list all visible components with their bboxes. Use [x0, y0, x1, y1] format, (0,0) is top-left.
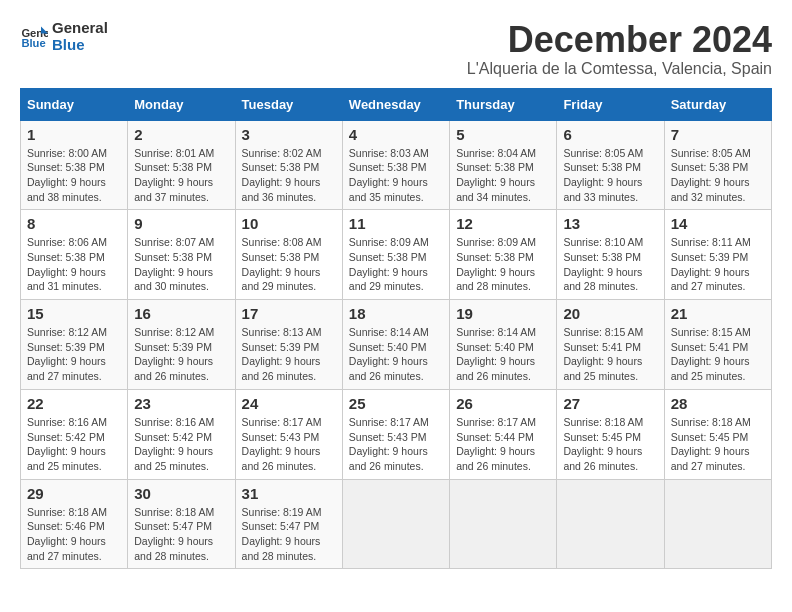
- day-number: 12: [456, 215, 550, 232]
- logo-line1: General: [52, 20, 108, 37]
- day-info: Sunrise: 8:01 AM Sunset: 5:38 PM Dayligh…: [134, 146, 228, 205]
- day-number: 9: [134, 215, 228, 232]
- day-info: Sunrise: 8:06 AM Sunset: 5:38 PM Dayligh…: [27, 235, 121, 294]
- day-info: Sunrise: 8:14 AM Sunset: 5:40 PM Dayligh…: [456, 325, 550, 384]
- day-number: 13: [563, 215, 657, 232]
- calendar-cell: [664, 479, 771, 569]
- day-number: 15: [27, 305, 121, 322]
- calendar-cell: 26Sunrise: 8:17 AM Sunset: 5:44 PM Dayli…: [450, 389, 557, 479]
- calendar-cell: 11Sunrise: 8:09 AM Sunset: 5:38 PM Dayli…: [342, 210, 449, 300]
- day-number: 31: [242, 485, 336, 502]
- day-info: Sunrise: 8:17 AM Sunset: 5:43 PM Dayligh…: [242, 415, 336, 474]
- day-number: 16: [134, 305, 228, 322]
- day-number: 20: [563, 305, 657, 322]
- calendar-cell: 12Sunrise: 8:09 AM Sunset: 5:38 PM Dayli…: [450, 210, 557, 300]
- day-number: 26: [456, 395, 550, 412]
- day-number: 5: [456, 126, 550, 143]
- calendar-cell: 23Sunrise: 8:16 AM Sunset: 5:42 PM Dayli…: [128, 389, 235, 479]
- calendar-cell: 20Sunrise: 8:15 AM Sunset: 5:41 PM Dayli…: [557, 300, 664, 390]
- calendar-cell: 22Sunrise: 8:16 AM Sunset: 5:42 PM Dayli…: [21, 389, 128, 479]
- day-info: Sunrise: 8:00 AM Sunset: 5:38 PM Dayligh…: [27, 146, 121, 205]
- calendar-cell: 31Sunrise: 8:19 AM Sunset: 5:47 PM Dayli…: [235, 479, 342, 569]
- day-info: Sunrise: 8:13 AM Sunset: 5:39 PM Dayligh…: [242, 325, 336, 384]
- calendar-cell: 17Sunrise: 8:13 AM Sunset: 5:39 PM Dayli…: [235, 300, 342, 390]
- day-number: 19: [456, 305, 550, 322]
- calendar-cell: 10Sunrise: 8:08 AM Sunset: 5:38 PM Dayli…: [235, 210, 342, 300]
- calendar-cell: 28Sunrise: 8:18 AM Sunset: 5:45 PM Dayli…: [664, 389, 771, 479]
- day-info: Sunrise: 8:12 AM Sunset: 5:39 PM Dayligh…: [134, 325, 228, 384]
- calendar-week-1: 1Sunrise: 8:00 AM Sunset: 5:38 PM Daylig…: [21, 120, 772, 210]
- calendar-cell: 7Sunrise: 8:05 AM Sunset: 5:38 PM Daylig…: [664, 120, 771, 210]
- day-number: 18: [349, 305, 443, 322]
- day-number: 22: [27, 395, 121, 412]
- header-friday: Friday: [557, 88, 664, 120]
- day-number: 24: [242, 395, 336, 412]
- day-number: 23: [134, 395, 228, 412]
- calendar-cell: [557, 479, 664, 569]
- logo: General Blue General Blue: [20, 20, 108, 53]
- day-info: Sunrise: 8:07 AM Sunset: 5:38 PM Dayligh…: [134, 235, 228, 294]
- day-info: Sunrise: 8:16 AM Sunset: 5:42 PM Dayligh…: [27, 415, 121, 474]
- logo-icon: General Blue: [20, 23, 48, 51]
- day-info: Sunrise: 8:11 AM Sunset: 5:39 PM Dayligh…: [671, 235, 765, 294]
- svg-text:Blue: Blue: [21, 36, 45, 48]
- day-number: 21: [671, 305, 765, 322]
- calendar-cell: 5Sunrise: 8:04 AM Sunset: 5:38 PM Daylig…: [450, 120, 557, 210]
- header-tuesday: Tuesday: [235, 88, 342, 120]
- day-info: Sunrise: 8:04 AM Sunset: 5:38 PM Dayligh…: [456, 146, 550, 205]
- calendar-week-3: 15Sunrise: 8:12 AM Sunset: 5:39 PM Dayli…: [21, 300, 772, 390]
- day-number: 8: [27, 215, 121, 232]
- day-info: Sunrise: 8:09 AM Sunset: 5:38 PM Dayligh…: [349, 235, 443, 294]
- day-info: Sunrise: 8:19 AM Sunset: 5:47 PM Dayligh…: [242, 505, 336, 564]
- calendar-cell: 9Sunrise: 8:07 AM Sunset: 5:38 PM Daylig…: [128, 210, 235, 300]
- day-number: 11: [349, 215, 443, 232]
- day-number: 28: [671, 395, 765, 412]
- day-number: 7: [671, 126, 765, 143]
- day-info: Sunrise: 8:17 AM Sunset: 5:43 PM Dayligh…: [349, 415, 443, 474]
- calendar-week-2: 8Sunrise: 8:06 AM Sunset: 5:38 PM Daylig…: [21, 210, 772, 300]
- calendar-header-row: SundayMondayTuesdayWednesdayThursdayFrid…: [21, 88, 772, 120]
- day-info: Sunrise: 8:18 AM Sunset: 5:45 PM Dayligh…: [671, 415, 765, 474]
- calendar-cell: 24Sunrise: 8:17 AM Sunset: 5:43 PM Dayli…: [235, 389, 342, 479]
- calendar-week-4: 22Sunrise: 8:16 AM Sunset: 5:42 PM Dayli…: [21, 389, 772, 479]
- day-info: Sunrise: 8:05 AM Sunset: 5:38 PM Dayligh…: [671, 146, 765, 205]
- header-thursday: Thursday: [450, 88, 557, 120]
- day-info: Sunrise: 8:02 AM Sunset: 5:38 PM Dayligh…: [242, 146, 336, 205]
- day-info: Sunrise: 8:10 AM Sunset: 5:38 PM Dayligh…: [563, 235, 657, 294]
- day-info: Sunrise: 8:05 AM Sunset: 5:38 PM Dayligh…: [563, 146, 657, 205]
- calendar-cell: 16Sunrise: 8:12 AM Sunset: 5:39 PM Dayli…: [128, 300, 235, 390]
- day-number: 10: [242, 215, 336, 232]
- header-sunday: Sunday: [21, 88, 128, 120]
- calendar-cell: 4Sunrise: 8:03 AM Sunset: 5:38 PM Daylig…: [342, 120, 449, 210]
- calendar-cell: 29Sunrise: 8:18 AM Sunset: 5:46 PM Dayli…: [21, 479, 128, 569]
- calendar-cell: [342, 479, 449, 569]
- day-info: Sunrise: 8:03 AM Sunset: 5:38 PM Dayligh…: [349, 146, 443, 205]
- calendar-cell: 3Sunrise: 8:02 AM Sunset: 5:38 PM Daylig…: [235, 120, 342, 210]
- calendar-cell: [450, 479, 557, 569]
- day-info: Sunrise: 8:18 AM Sunset: 5:45 PM Dayligh…: [563, 415, 657, 474]
- day-number: 29: [27, 485, 121, 502]
- day-number: 14: [671, 215, 765, 232]
- day-number: 6: [563, 126, 657, 143]
- day-number: 2: [134, 126, 228, 143]
- calendar-cell: 21Sunrise: 8:15 AM Sunset: 5:41 PM Dayli…: [664, 300, 771, 390]
- day-info: Sunrise: 8:15 AM Sunset: 5:41 PM Dayligh…: [563, 325, 657, 384]
- title-area: December 2024 L'Alqueria de la Comtessa,…: [467, 20, 772, 78]
- day-number: 30: [134, 485, 228, 502]
- day-info: Sunrise: 8:15 AM Sunset: 5:41 PM Dayligh…: [671, 325, 765, 384]
- day-number: 1: [27, 126, 121, 143]
- day-number: 27: [563, 395, 657, 412]
- calendar-cell: 18Sunrise: 8:14 AM Sunset: 5:40 PM Dayli…: [342, 300, 449, 390]
- day-info: Sunrise: 8:09 AM Sunset: 5:38 PM Dayligh…: [456, 235, 550, 294]
- calendar-cell: 6Sunrise: 8:05 AM Sunset: 5:38 PM Daylig…: [557, 120, 664, 210]
- day-info: Sunrise: 8:18 AM Sunset: 5:46 PM Dayligh…: [27, 505, 121, 564]
- day-info: Sunrise: 8:18 AM Sunset: 5:47 PM Dayligh…: [134, 505, 228, 564]
- day-info: Sunrise: 8:08 AM Sunset: 5:38 PM Dayligh…: [242, 235, 336, 294]
- day-info: Sunrise: 8:16 AM Sunset: 5:42 PM Dayligh…: [134, 415, 228, 474]
- calendar-cell: 30Sunrise: 8:18 AM Sunset: 5:47 PM Dayli…: [128, 479, 235, 569]
- page-header: General Blue General Blue December 2024 …: [20, 20, 772, 78]
- calendar-cell: 13Sunrise: 8:10 AM Sunset: 5:38 PM Dayli…: [557, 210, 664, 300]
- calendar-week-5: 29Sunrise: 8:18 AM Sunset: 5:46 PM Dayli…: [21, 479, 772, 569]
- day-number: 3: [242, 126, 336, 143]
- day-info: Sunrise: 8:12 AM Sunset: 5:39 PM Dayligh…: [27, 325, 121, 384]
